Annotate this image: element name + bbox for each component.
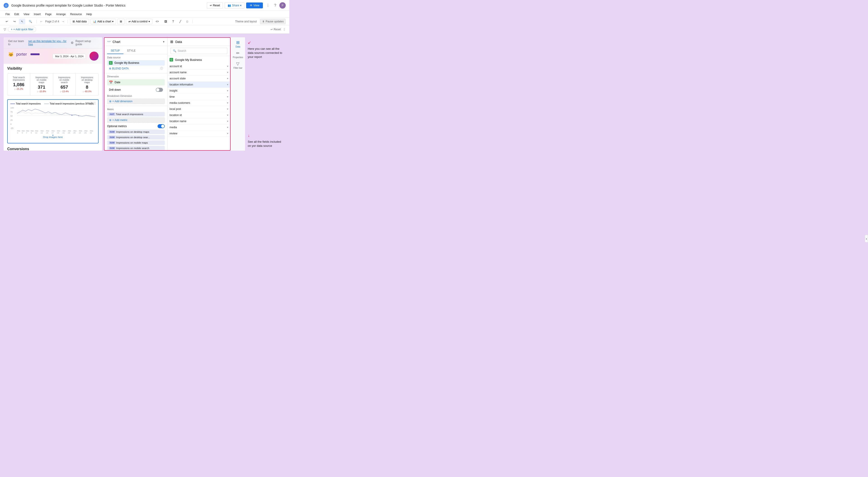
dimension-date[interactable]: 📅 Date xyxy=(107,79,165,86)
menu-arrange[interactable]: Arrange xyxy=(54,12,68,17)
setup-link[interactable]: set up this template for you - for free xyxy=(28,39,71,46)
theme-layout-button[interactable]: Theme and layout xyxy=(233,19,258,24)
side-properties-button[interactable]: ✏ Properties xyxy=(232,50,244,59)
porter-logo-area: 🐱 porter xyxy=(7,51,39,58)
metric-tag-3[interactable]: SUM Impressions on mobile maps xyxy=(107,141,165,145)
menu-page[interactable]: Page xyxy=(43,12,53,17)
image-button[interactable]: 🖼 xyxy=(162,19,169,24)
field-location-info[interactable]: location information ▾ xyxy=(168,82,230,88)
shape-button[interactable]: □ xyxy=(184,19,190,24)
more-options-button[interactable]: ⋮ xyxy=(265,2,271,9)
report-canvas: Get our team to set up this template for… xyxy=(4,37,104,151)
zoom-button[interactable]: 🔍 xyxy=(27,19,34,24)
add-dimension-button[interactable]: ⊕ + Add dimension xyxy=(107,99,165,104)
menu-file[interactable]: File xyxy=(4,12,11,17)
field-account-state[interactable]: account state ▾ xyxy=(168,76,230,82)
menu-resource[interactable]: Resource xyxy=(68,12,84,17)
field-chevron-1: ▾ xyxy=(227,71,228,74)
add-grid-button[interactable]: ⊞ xyxy=(117,19,125,24)
blend-info-icon[interactable]: ⓘ xyxy=(160,66,163,70)
text-button[interactable]: T xyxy=(170,19,176,24)
chart-title: Chart xyxy=(113,40,120,43)
share-button[interactable]: 👥 Share ▾ xyxy=(225,2,244,8)
chart-edit-icon[interactable]: ✏ xyxy=(88,101,90,105)
metric-tag-name-0: Total search impressions xyxy=(116,113,163,116)
blend-data-button[interactable]: ⊕ BLEND DATA ⓘ xyxy=(107,66,165,71)
date-range-text[interactable]: Mar 3, 2024 - Apr 1, 2024 xyxy=(53,54,86,59)
tab-setup[interactable]: SETUP xyxy=(107,48,123,54)
chart-dropdown-arrow[interactable]: ▾ xyxy=(163,40,164,43)
metric-tag-2[interactable]: SUM Impressions on desktop sear... xyxy=(107,135,165,140)
undo-button[interactable]: ↩ xyxy=(4,19,10,24)
field-account-name[interactable]: account name ▾ xyxy=(168,69,230,76)
side-filter-button[interactable]: ▽ Filter bar xyxy=(232,60,243,70)
add-chart-button[interactable]: 📊 Add a chart ▾ xyxy=(90,19,116,24)
toggle-knob xyxy=(156,88,159,91)
chart-more-icon[interactable]: ⋮ xyxy=(94,101,96,105)
metric-tag-4[interactable]: SUM Impressions on mobile search xyxy=(107,146,165,150)
legend-label-1: Total search impressions (previous 30 da… xyxy=(50,102,94,105)
date-range-selector[interactable]: Mar 3, 2024 - Apr 1, 2024 xyxy=(53,55,86,58)
add-filter-button[interactable]: + + Add quick filter xyxy=(8,27,36,32)
y-label-3: 25 xyxy=(10,119,16,121)
add-metric-button-1[interactable]: ⊕ + Add metric xyxy=(107,117,165,123)
line-button[interactable]: ╱ xyxy=(178,19,183,24)
menu-insert[interactable]: Insert xyxy=(32,12,42,17)
data-source-title: Google My Business xyxy=(175,58,202,61)
page-next-button[interactable]: → xyxy=(60,19,65,24)
cursor-button[interactable]: ↖ xyxy=(19,19,25,24)
field-location-name[interactable]: location name ▾ xyxy=(168,118,230,124)
setup-guide-text[interactable]: Report setup guide xyxy=(75,39,98,46)
metric-tag-0[interactable]: AUT Total search impressions xyxy=(107,112,165,117)
separator xyxy=(192,20,193,23)
avatar: P xyxy=(279,2,286,8)
data-source-gmb[interactable]: G Google My Business xyxy=(107,60,165,66)
field-media-customers[interactable]: media customers ▾ xyxy=(168,100,230,106)
tab-style[interactable]: STYLE xyxy=(123,48,139,54)
calendar-icon: 📅 xyxy=(109,81,113,84)
field-time[interactable]: time ▾ xyxy=(168,94,230,100)
pause-updates-button[interactable]: ⏸ Pause updates xyxy=(260,19,286,24)
chart-svg xyxy=(17,107,95,118)
field-chevron-11: ▾ xyxy=(227,132,228,135)
report-header: Get our team to set up this template for… xyxy=(4,37,102,49)
reset-button[interactable]: ↩ Reset xyxy=(207,2,223,8)
chart-copy-icon[interactable]: ⧉ xyxy=(91,101,93,105)
page-info: Page 2 of 4 xyxy=(45,20,59,23)
data-search-box[interactable]: 🔍 Search xyxy=(170,48,227,54)
field-insight[interactable]: insight ▾ xyxy=(168,88,230,94)
optional-metrics-toggle-switch[interactable] xyxy=(158,124,165,128)
metric-value-1: 371 xyxy=(34,85,49,90)
menu-edit[interactable]: Edit xyxy=(12,12,21,17)
filter-more-button[interactable]: ⋮ xyxy=(283,28,286,31)
field-location-id[interactable]: location id ▾ xyxy=(168,112,230,118)
y-label-4: 0 xyxy=(10,123,16,125)
legend-color-1 xyxy=(44,103,49,104)
field-local-post[interactable]: local post ▾ xyxy=(168,106,230,112)
add-control-button[interactable]: ⇌ Add a control ▾ xyxy=(126,19,152,24)
side-data-button[interactable]: ⊞ Data xyxy=(235,39,241,49)
menu-bar: File Edit View Insert Page Arrange Resou… xyxy=(0,11,289,18)
field-media[interactable]: media ▾ xyxy=(168,124,230,130)
field-chevron-3: ▾ xyxy=(227,83,228,86)
legend-item-1: Total search impressions (previous 30 da… xyxy=(44,102,94,105)
chart-edit-icons: ✏ ⧉ ⋮ xyxy=(88,101,96,105)
chart-resize-handle[interactable] xyxy=(52,135,54,136)
drill-down-toggle[interactable] xyxy=(156,88,163,92)
menu-view[interactable]: View xyxy=(22,12,31,17)
redo-button[interactable]: ↪ xyxy=(11,19,18,24)
menu-help[interactable]: Help xyxy=(85,12,94,17)
field-account-id[interactable]: account id ▾ xyxy=(168,63,230,69)
page-prev-button[interactable]: ← xyxy=(39,19,44,24)
code-button[interactable]: <> xyxy=(154,19,161,24)
help-button[interactable]: ? xyxy=(273,2,278,9)
add-data-button[interactable]: ⊞ Add data xyxy=(70,19,89,24)
view-button[interactable]: 👁 View xyxy=(246,2,263,8)
field-chevron-4: ▾ xyxy=(227,89,228,92)
filter-reset-button[interactable]: ↩ Reset xyxy=(271,28,281,31)
metric-tag-1[interactable]: SUM Impressions on desktop maps xyxy=(107,129,165,134)
drill-down-row: Drill down xyxy=(107,86,165,93)
field-review[interactable]: review ▾ xyxy=(168,130,230,137)
report-page: Get our team to set up this template for… xyxy=(4,37,102,151)
panel-header: 〰 Chart ▾ ⊞ Data xyxy=(104,38,230,46)
